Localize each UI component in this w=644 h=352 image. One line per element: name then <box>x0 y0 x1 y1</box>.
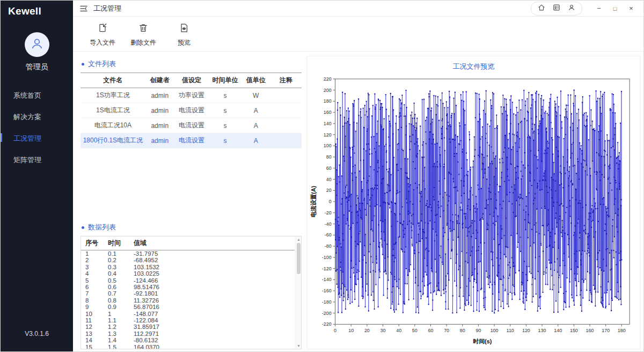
svg-text:0: 0 <box>334 328 336 333</box>
svg-text:110: 110 <box>506 328 514 333</box>
svg-text:-140: -140 <box>321 277 331 282</box>
delete-file-icon <box>138 23 149 35</box>
scrollbar[interactable]: ▲ ▼ <box>295 236 301 349</box>
svg-text:120: 120 <box>323 132 331 138</box>
col-time: 时间 <box>104 236 129 250</box>
file-table-row[interactable]: 1800行0.1S电流工况admin电流设置sA <box>80 133 302 148</box>
svg-text:20: 20 <box>326 188 331 193</box>
data-table: 序号 时间 值域 10.1-31.797520.2-68.495230.3103… <box>81 236 295 349</box>
data-table-row: 121.231.85917 <box>81 324 295 330</box>
close-button[interactable]: × <box>624 3 638 15</box>
import-file-icon <box>97 23 108 35</box>
svg-text:150: 150 <box>569 328 577 333</box>
data-table-row: 111.1-122.084 <box>81 317 295 324</box>
svg-text:90: 90 <box>475 328 481 333</box>
user-icon <box>30 36 45 53</box>
sidebar-item-solutions[interactable]: 解决方案 <box>1 106 73 128</box>
maximize-button[interactable]: □ <box>608 3 622 15</box>
tool-label: 删除文件 <box>130 38 156 47</box>
data-table-body: 10.1-31.797520.2-68.495230.3103.153240.4… <box>81 250 295 350</box>
svg-text:70: 70 <box>444 328 449 333</box>
svg-text:160: 160 <box>586 328 594 333</box>
file-table-header: 文件名 创建者 值设定 时间单位 值单位 注释 <box>80 73 302 88</box>
svg-text:160: 160 <box>323 110 331 115</box>
svg-text:100: 100 <box>323 143 331 148</box>
data-list-title: 数据列表 <box>82 222 302 232</box>
svg-text:-220: -220 <box>321 321 331 327</box>
svg-text:40: 40 <box>326 177 331 182</box>
col-index: 序号 <box>81 236 104 250</box>
file-table-row[interactable]: 1S功率工况admin功率设置sW <box>80 88 302 103</box>
minimize-button[interactable]: − <box>592 3 606 15</box>
user-block: 管理员 <box>1 32 73 72</box>
content: 文件列表 文件名 创建者 值设定 时间单位 值单位 <box>73 52 643 351</box>
avatar[interactable] <box>25 32 49 57</box>
app-version: V3.0.1.6 <box>1 330 73 351</box>
topbar-icon-group <box>531 2 582 16</box>
svg-text:-20: -20 <box>324 210 331 215</box>
file-list-title: 文件列表 <box>82 59 302 69</box>
svg-text:220: 220 <box>323 76 331 82</box>
file-table-row[interactable]: 1S电流工况admin电流设置sA <box>80 103 302 118</box>
svg-text:100: 100 <box>490 328 498 333</box>
page-title: 工况管理 <box>93 4 121 13</box>
data-table-row: 10.1-31.7975 <box>81 250 295 257</box>
scroll-down-icon[interactable]: ▼ <box>296 343 302 349</box>
chart-panel: 工况文件预览 -220-200-180-160-140-120-100-80-6… <box>307 56 640 349</box>
home-icon[interactable] <box>538 4 545 13</box>
preview-button[interactable]: 预览 <box>171 23 197 47</box>
data-table-row: 20.2-68.4952 <box>81 257 295 263</box>
data-table-row: 90.956.87016 <box>81 304 295 310</box>
svg-text:30: 30 <box>380 328 385 333</box>
sidebar-nav: 系统首页 解决方案 工况管理 矩阵管理 <box>1 85 73 171</box>
app-window: Kewell 管理员 系统首页 解决方案 工况管理 矩阵管理 V3.0.1.6 <box>0 0 644 352</box>
svg-text:80: 80 <box>326 154 331 160</box>
svg-text:140: 140 <box>554 328 562 333</box>
sidebar-item-home[interactable]: 系统首页 <box>1 85 73 106</box>
bullet-icon <box>82 226 84 229</box>
sidebar-collapse-icon[interactable] <box>79 5 88 12</box>
file-table-row[interactable]: 电流工况10Aadmin电流设置sA <box>80 118 302 133</box>
col-filename: 文件名 <box>80 73 145 88</box>
sidebar-item-matrix[interactable]: 矩阵管理 <box>1 149 73 171</box>
data-list-section: 数据列表 序号 时间 值域 <box>80 219 302 349</box>
svg-text:60: 60 <box>326 166 331 171</box>
svg-text:180: 180 <box>323 98 331 104</box>
preview-chart: -220-200-180-160-140-120-100-80-60-40-20… <box>308 73 640 347</box>
col-note: 注释 <box>270 73 302 88</box>
data-table-header: 序号 时间 值域 <box>81 236 295 250</box>
sidebar: Kewell 管理员 系统首页 解决方案 工况管理 矩阵管理 V3.0.1.6 <box>1 1 73 351</box>
preview-icon <box>179 23 189 35</box>
import-file-button[interactable]: 导入文件 <box>89 23 116 47</box>
col-value-set: 值设定 <box>174 73 209 88</box>
scrollbar-thumb[interactable] <box>297 243 301 274</box>
data-table-row: 101-148.077 <box>81 311 295 317</box>
file-table: 文件名 创建者 值设定 时间单位 值单位 注释 1S功率工况admin功率设置s… <box>80 73 302 148</box>
svg-text:40: 40 <box>396 328 401 333</box>
svg-text:-200: -200 <box>321 311 331 316</box>
tool-label: 预览 <box>178 38 191 47</box>
svg-text:电流设置(A): 电流设置(A) <box>310 185 316 217</box>
col-time-unit: 时间单位 <box>209 73 241 88</box>
delete-file-button[interactable]: 删除文件 <box>130 23 157 47</box>
id-badge-icon[interactable] <box>553 4 560 13</box>
col-value-unit: 值单位 <box>241 73 270 88</box>
svg-text:-80: -80 <box>324 243 331 249</box>
person-icon[interactable] <box>568 4 575 13</box>
topbar: 工况管理 <box>73 1 643 17</box>
user-role: 管理员 <box>26 62 48 72</box>
svg-text:-100: -100 <box>321 255 331 260</box>
file-table-body: 1S功率工况admin功率设置sW1S电流工况admin电流设置sA电流工况10… <box>80 88 302 148</box>
svg-text:170: 170 <box>602 328 610 333</box>
data-table-row: 50.5-124.466 <box>81 277 295 284</box>
left-column: 文件列表 文件名 创建者 值设定 时间单位 值单位 <box>80 56 302 349</box>
svg-text:-160: -160 <box>321 288 331 293</box>
svg-text:10: 10 <box>348 328 354 333</box>
main-area: 工况管理 <box>73 1 643 351</box>
sidebar-item-working-condition[interactable]: 工况管理 <box>1 128 73 149</box>
svg-text:200: 200 <box>323 88 331 93</box>
data-table-row: 30.3103.1532 <box>81 264 295 270</box>
svg-text:180: 180 <box>617 328 625 333</box>
scroll-up-icon[interactable]: ▲ <box>296 236 302 242</box>
data-table-row: 131.3112.2971 <box>81 331 295 337</box>
